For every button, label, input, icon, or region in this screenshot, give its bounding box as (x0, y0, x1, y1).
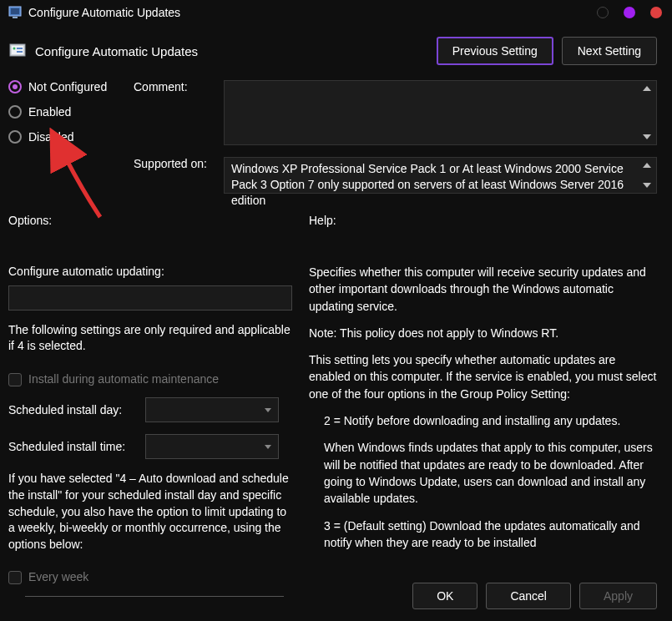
radio-icon (8, 80, 22, 93)
svg-point-5 (13, 48, 16, 50)
previous-setting-button[interactable]: Previous Setting (437, 37, 553, 65)
help-option-detail: When Windows finds updates that apply to… (309, 439, 657, 507)
radio-label: Not Configured (28, 80, 107, 93)
state-radios: Not Configured Enabled Disabled (8, 80, 125, 205)
radio-enabled[interactable]: Enabled (8, 105, 125, 119)
header-row: Configure Automatic Updates Previous Set… (0, 25, 672, 77)
help-option: 2 = Notify before downloading and instal… (309, 412, 657, 429)
svg-rect-2 (13, 17, 18, 18)
checkbox-icon (8, 373, 22, 386)
checkbox-label: Every week (28, 569, 88, 586)
configure-updating-select[interactable] (8, 285, 292, 310)
install-time-label: Scheduled install time: (8, 439, 134, 456)
radio-label: Enabled (28, 105, 71, 119)
help-panel: Help: Specifies whether this computer wi… (309, 214, 657, 554)
scroll-down-icon[interactable] (643, 134, 651, 139)
policy-icon (8, 42, 27, 60)
svg-rect-6 (17, 48, 23, 49)
page-title: Configure Automatic Updates (35, 44, 198, 58)
schedule-note: If you have selected "4 – Auto download … (8, 471, 292, 553)
options-note: The following settings are only required… (8, 322, 292, 355)
supported-label: Supported on: (134, 157, 224, 194)
titlebar: Configure Automatic Updates (0, 0, 672, 25)
divider (25, 596, 284, 597)
policy-state-area: Not Configured Enabled Disabled Comment:… (0, 77, 672, 205)
checkbox-label: Install during automatic maintenance (28, 371, 219, 388)
cancel-button[interactable]: Cancel (486, 583, 571, 609)
supported-on-value: Windows XP Professional Service Pack 1 o… (231, 162, 624, 207)
scroll-down-icon[interactable] (643, 183, 651, 188)
comment-label: Comment: (134, 80, 224, 145)
help-text: Specifies whether this computer will rec… (309, 234, 657, 554)
radio-icon (8, 130, 22, 144)
ok-button[interactable]: OK (412, 583, 477, 609)
help-paragraph: This setting lets you specify whether au… (309, 351, 657, 402)
apply-button[interactable]: Apply (579, 583, 657, 609)
configure-updating-label: Configure automatic updating: (8, 264, 292, 280)
window-title: Configure Automatic Updates (28, 6, 180, 19)
options-help-split: Options: Configure automatic updating: T… (0, 205, 672, 554)
install-day-label: Scheduled install day: (8, 402, 134, 419)
help-option: 3 = (Default setting) Download the updat… (309, 518, 657, 552)
radio-icon (8, 105, 22, 119)
comment-supported-fields: Comment: Supported on: Windows XP Profes… (134, 80, 657, 205)
next-setting-button[interactable]: Next Setting (562, 37, 657, 65)
install-maintenance-checkbox[interactable]: Install during automatic maintenance (8, 371, 292, 388)
checkbox-icon (8, 571, 22, 584)
install-day-select[interactable] (145, 397, 279, 422)
svg-rect-1 (11, 8, 19, 14)
radio-label: Disabled (28, 130, 73, 144)
svg-rect-7 (17, 51, 23, 53)
app-icon (8, 6, 22, 19)
scroll-up-icon[interactable] (643, 86, 651, 91)
install-time-select[interactable] (145, 434, 279, 459)
comment-textarea[interactable] (224, 80, 657, 145)
radio-disabled[interactable]: Disabled (8, 130, 125, 144)
help-heading: Help: (309, 214, 657, 227)
supported-on-text: Windows XP Professional Service Pack 1 o… (224, 157, 657, 194)
help-paragraph: Note: This policy does not apply to Wind… (309, 325, 657, 341)
options-panel: Options: Configure automatic updating: T… (8, 214, 292, 554)
svg-rect-4 (12, 46, 23, 54)
close-button[interactable] (650, 7, 662, 18)
radio-not-configured[interactable]: Not Configured (8, 80, 125, 93)
dialog-footer: OK Cancel Apply (412, 583, 657, 609)
options-heading: Options: (8, 214, 292, 227)
scroll-up-icon[interactable] (643, 163, 651, 168)
every-week-checkbox[interactable]: Every week (8, 569, 292, 586)
help-paragraph: Specifies whether this computer will rec… (309, 264, 657, 315)
maximize-button[interactable] (624, 7, 635, 18)
minimize-button[interactable] (597, 7, 609, 18)
